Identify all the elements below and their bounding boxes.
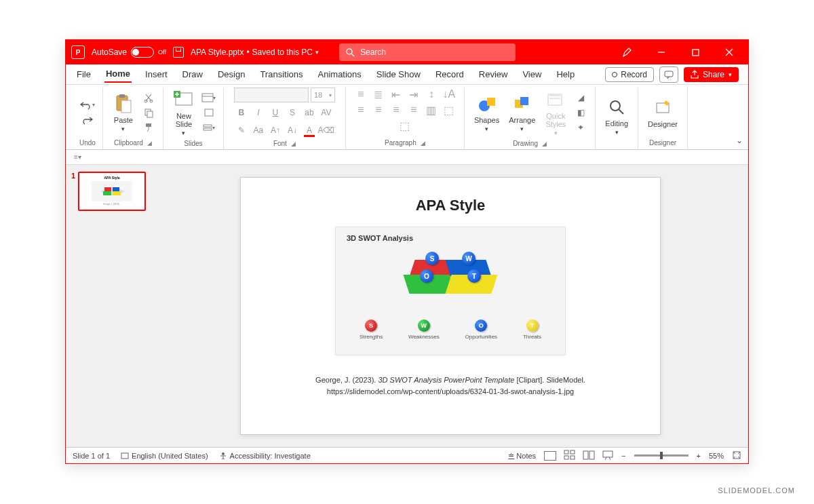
save-icon[interactable] [173, 47, 184, 58]
pen-icon[interactable] [614, 40, 641, 64]
dialog-launcher-icon[interactable]: ◢ [147, 140, 152, 147]
align-center-button[interactable]: ≡ [370, 103, 387, 117]
bullets-button[interactable]: ≡ [353, 88, 369, 101]
shape-effects-button[interactable]: ✦ [573, 121, 588, 134]
highlight-button[interactable]: ✎ [234, 123, 249, 138]
align-left-button[interactable]: ≡ [353, 103, 369, 117]
tab-file[interactable]: File [75, 66, 92, 82]
copy-button[interactable] [141, 106, 156, 119]
redo-button[interactable] [80, 113, 95, 127]
italic-button[interactable]: I [251, 105, 266, 120]
slideshow-view-button[interactable] [602, 450, 613, 461]
new-slide-button[interactable]: New Slide▾ [170, 88, 197, 138]
slide-1[interactable]: APA Style 3D SWOT Analysis S W O T [240, 177, 661, 435]
indent-out-button[interactable]: ⇤ [388, 88, 404, 101]
editing-button[interactable]: Editing▾ [602, 95, 631, 137]
slide-thumbnail-1[interactable]: APA Style George, J. (2023)... [78, 172, 146, 211]
dialog-launcher-icon[interactable]: ◢ [421, 140, 425, 147]
svg-rect-43 [603, 451, 613, 457]
align-right-button[interactable]: ≡ [388, 103, 404, 117]
workarea: 1 APA Style George, J. (2023)... APA Sty… [66, 165, 748, 447]
reading-view-button[interactable] [583, 450, 594, 461]
record-button[interactable]: Record [605, 67, 654, 82]
svg-line-45 [609, 457, 610, 460]
slide-count[interactable]: Slide 1 of 1 [73, 452, 110, 460]
comments-button[interactable] [659, 66, 678, 83]
underline-button[interactable]: U [268, 105, 283, 120]
columns-button[interactable]: ▥ [423, 103, 440, 117]
slide-canvas[interactable]: APA Style 3D SWOT Analysis S W O T [153, 165, 748, 447]
text-direction-button[interactable]: ↓A [441, 88, 457, 101]
shadow-button[interactable]: ab [302, 105, 317, 120]
char-spacing-button[interactable]: AV [319, 105, 334, 120]
strike-button[interactable]: S [285, 105, 300, 120]
tab-review[interactable]: Review [478, 66, 509, 82]
zoom-level[interactable]: 55% [709, 452, 724, 460]
shape-fill-button[interactable]: ◢ [573, 91, 588, 104]
toggle-knob [132, 49, 139, 56]
zoom-in-button[interactable]: + [697, 452, 701, 460]
tab-view[interactable]: View [521, 66, 543, 82]
tab-transitions[interactable]: Transitions [258, 66, 304, 82]
paste-button[interactable]: Paste▾ [110, 92, 137, 134]
normal-view-button[interactable] [544, 451, 556, 461]
thumbnail-pane[interactable]: 1 APA Style George, J. (2023)... [66, 165, 153, 447]
align-text-button[interactable]: ⬚ [441, 103, 457, 117]
ribbon-tabs: File Home Insert Draw Design Transitions… [66, 64, 748, 85]
bold-button[interactable]: B [234, 105, 249, 120]
line-spacing-button[interactable]: ↕ [423, 88, 440, 101]
dialog-launcher-icon[interactable]: ◢ [542, 140, 547, 147]
justify-button[interactable]: ≡ [406, 103, 422, 117]
svg-point-27 [610, 101, 620, 111]
cut-button[interactable] [141, 91, 156, 104]
tab-record[interactable]: Record [434, 66, 465, 82]
tab-help[interactable]: Help [555, 66, 576, 82]
quick-styles-button[interactable]: Quick Styles▾ [542, 88, 569, 138]
numbering-button[interactable]: ≣ [370, 88, 387, 101]
tab-slideshow[interactable]: Slide Show [375, 66, 422, 82]
section-button[interactable]: ▾ [201, 121, 216, 134]
designer-button[interactable]: Designer [645, 96, 680, 130]
font-color-button[interactable]: A [302, 123, 317, 138]
format-painter-button[interactable] [141, 121, 156, 134]
shapes-button[interactable]: Shapes▾ [471, 92, 502, 134]
document-title[interactable]: APA Style.pptx • Saved to this PC ▾ [191, 47, 319, 57]
accessibility-status[interactable]: Accessibility: Investigate [219, 452, 311, 460]
tab-design[interactable]: Design [216, 66, 246, 82]
thumb-preview [92, 181, 132, 201]
maximize-button[interactable] [682, 40, 709, 64]
language-icon[interactable]: English (United States) [121, 452, 208, 460]
shape-outline-button[interactable]: ◧ [573, 106, 588, 119]
zoom-out-button[interactable]: − [621, 452, 625, 460]
search-input[interactable]: Search [339, 43, 516, 61]
dialog-launcher-icon[interactable]: ◢ [291, 140, 296, 147]
autosave-toggle[interactable]: AutoSave Off [92, 47, 166, 58]
arrange-button[interactable]: Arrange▾ [506, 92, 538, 134]
collapse-ribbon-button[interactable]: ⌄ [736, 136, 743, 145]
zoom-slider[interactable] [634, 454, 689, 457]
undo-button[interactable]: ▾ [80, 98, 95, 112]
group-slides: New Slide▾ ▾ ▾ Slides [163, 88, 224, 149]
minimize-button[interactable] [648, 40, 675, 64]
tab-home[interactable]: Home [104, 66, 132, 83]
tab-animations[interactable]: Animations [317, 66, 363, 82]
share-button[interactable]: Share▾ [684, 67, 739, 82]
notes-button[interactable]: ≐Notes [508, 451, 536, 460]
grow-font-button[interactable]: A↑ [268, 123, 283, 138]
font-name-select[interactable] [234, 88, 309, 102]
clear-format-button[interactable]: A⌫ [319, 123, 334, 138]
layout-button[interactable]: ▾ [201, 91, 216, 104]
case-button[interactable]: Aa [251, 123, 266, 138]
convert-smartart-button[interactable]: ⬚ [397, 119, 413, 132]
close-button[interactable] [716, 40, 743, 64]
shrink-font-button[interactable]: A↓ [285, 123, 300, 138]
tab-draw[interactable]: Draw [181, 66, 204, 82]
fit-to-window-button[interactable] [732, 450, 741, 461]
indent-in-button[interactable]: ⇥ [406, 88, 422, 101]
svg-rect-38 [570, 450, 575, 454]
sorter-view-button[interactable] [564, 450, 575, 461]
font-size-select[interactable]: 18▾ [311, 88, 335, 102]
reset-button[interactable] [201, 106, 216, 119]
qat-customize-icon[interactable]: ≡▾ [74, 153, 81, 161]
tab-insert[interactable]: Insert [144, 66, 169, 82]
